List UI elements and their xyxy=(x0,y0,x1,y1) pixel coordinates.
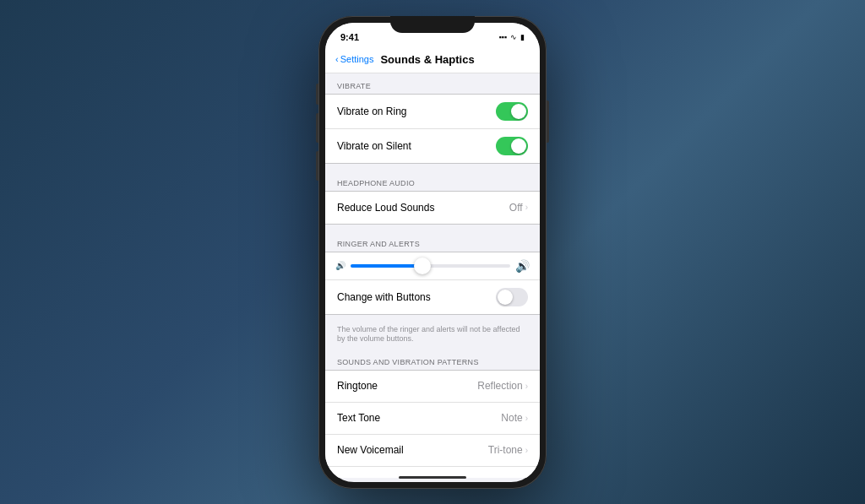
new-voicemail-chevron-icon: › xyxy=(525,446,528,455)
vibrate-silent-toggle[interactable] xyxy=(496,137,528,155)
change-buttons-label: Change with Buttons xyxy=(337,291,431,303)
ringer-note: The volume of the ringer and alerts will… xyxy=(325,322,540,350)
volume-up-button xyxy=(316,113,318,143)
new-mail-text: None xyxy=(498,476,523,477)
status-icons: ▪▪▪ ∿ ▮ xyxy=(498,33,525,41)
signal-icon: ▪▪▪ xyxy=(498,33,507,41)
vibrate-ring-toggle[interactable] xyxy=(496,102,528,121)
phone-screen: 9:41 ▪▪▪ ∿ ▮ ‹ Settings Sounds & Haptics… xyxy=(325,23,540,482)
volume-slider-thumb[interactable] xyxy=(414,257,431,274)
volume-slider-row[interactable]: 🔊 🔊 xyxy=(325,252,540,280)
phone-body: 9:41 ▪▪▪ ∿ ▮ ‹ Settings Sounds & Haptics… xyxy=(318,16,547,489)
status-time: 9:41 xyxy=(340,32,359,42)
home-indicator xyxy=(399,476,466,479)
headphone-group: Reduce Loud Sounds Off › xyxy=(325,191,540,225)
volume-high-icon: 🔊 xyxy=(515,259,530,273)
reduce-loud-text: Off xyxy=(509,202,523,214)
section-header-sounds: SOUNDS AND VIBRATION PATTERNS xyxy=(325,350,540,370)
new-voicemail-row[interactable]: New Voicemail Tri-tone › xyxy=(325,435,540,467)
ringtone-value: Reflection › xyxy=(477,380,528,392)
new-mail-label: New Mail xyxy=(337,476,378,477)
new-voicemail-label: New Voicemail xyxy=(337,444,404,456)
section-header-vibrate: VIBRATE xyxy=(325,73,540,94)
text-tone-text: Note xyxy=(501,412,522,424)
vibrate-ring-row[interactable]: Vibrate on Ring xyxy=(325,95,540,129)
text-tone-chevron-icon: › xyxy=(525,414,528,423)
change-buttons-row[interactable]: Change with Buttons xyxy=(325,280,540,314)
section-header-ringer: RINGER AND ALERTS xyxy=(325,231,540,252)
back-label: Settings xyxy=(340,54,374,64)
vibrate-group: Vibrate on Ring Vibrate on Silent xyxy=(325,94,540,164)
new-voicemail-value: Tri-tone › xyxy=(488,444,528,456)
settings-content: VIBRATE Vibrate on Ring Vibrate on Silen… xyxy=(325,73,540,478)
volume-low-icon: 🔊 xyxy=(335,261,345,270)
notch xyxy=(390,16,475,33)
ringer-group: 🔊 🔊 Change with Buttons xyxy=(325,252,540,315)
reduce-loud-row[interactable]: Reduce Loud Sounds Off › xyxy=(325,192,540,224)
ringtone-label: Ringtone xyxy=(337,380,378,392)
sounds-group: Ringtone Reflection › Text Tone Note › xyxy=(325,370,540,478)
power-button xyxy=(547,100,549,143)
nav-bar: ‹ Settings Sounds & Haptics xyxy=(325,48,540,73)
text-tone-value: Note › xyxy=(501,412,528,424)
vibrate-silent-label: Vibrate on Silent xyxy=(337,140,411,152)
new-mail-value: None › xyxy=(498,476,528,477)
section-header-headphone: HEADPHONE AUDIO xyxy=(325,171,540,191)
ringtone-row[interactable]: Ringtone Reflection › xyxy=(325,371,540,403)
back-chevron-icon: ‹ xyxy=(335,54,339,64)
back-button[interactable]: ‹ Settings xyxy=(335,54,373,64)
volume-slider-fill xyxy=(351,264,422,268)
reduce-loud-chevron-icon: › xyxy=(525,203,528,212)
reduce-loud-value: Off › xyxy=(509,202,528,214)
phone-device: 9:41 ▪▪▪ ∿ ▮ ‹ Settings Sounds & Haptics… xyxy=(318,16,547,489)
text-tone-label: Text Tone xyxy=(337,412,380,424)
reduce-loud-label: Reduce Loud Sounds xyxy=(337,202,434,214)
ringtone-text: Reflection xyxy=(477,380,522,392)
wifi-icon: ∿ xyxy=(510,33,517,41)
volume-down-button xyxy=(316,151,318,181)
mute-button xyxy=(316,84,318,105)
text-tone-row[interactable]: Text Tone Note › xyxy=(325,403,540,435)
vibrate-silent-row[interactable]: Vibrate on Silent xyxy=(325,129,540,163)
page-title: Sounds & Haptics xyxy=(380,53,474,66)
ringtone-chevron-icon: › xyxy=(525,382,528,391)
change-buttons-toggle[interactable] xyxy=(496,288,528,306)
battery-icon: ▮ xyxy=(520,33,525,41)
vibrate-ring-label: Vibrate on Ring xyxy=(337,106,407,117)
volume-slider-track[interactable] xyxy=(351,264,510,268)
new-voicemail-text: Tri-tone xyxy=(488,444,523,456)
